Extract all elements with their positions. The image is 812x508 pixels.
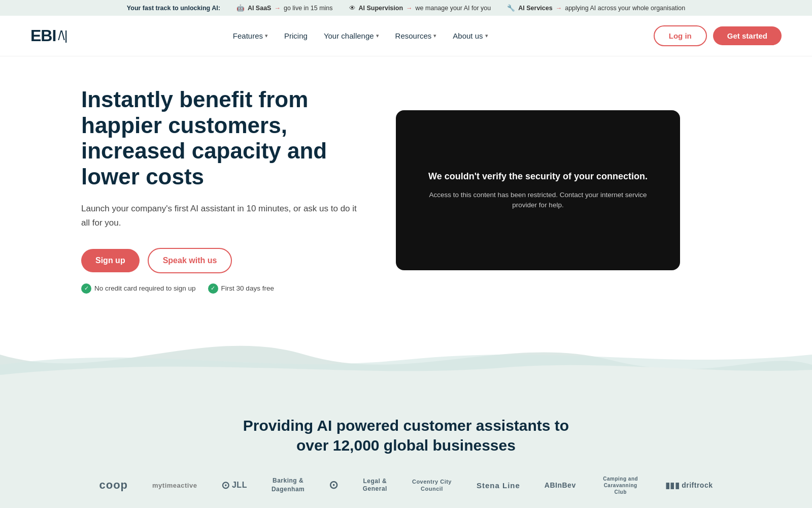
banner-left-label: Your fast track to unlocking AI: <box>127 5 220 12</box>
logo-camping: Camping and Caravanning Club <box>600 475 641 495</box>
video-placeholder: We couldn't verify the security of your … <box>396 110 680 270</box>
nav-your-challenge[interactable]: Your challenge ▾ <box>324 31 379 40</box>
speak-with-us-button[interactable]: Speak with us <box>148 248 232 273</box>
check-icon-2: ✓ <box>208 283 218 294</box>
supervision-arrow: → <box>406 5 413 12</box>
services-icon: 🔧 <box>507 4 515 12</box>
logo-abinbev: ABInBev <box>545 481 576 489</box>
nav-pricing[interactable]: Pricing <box>284 31 308 40</box>
video-error-sub: Access to this content has been restrict… <box>416 190 660 211</box>
logo-stena-line: Stena Line <box>477 481 520 490</box>
logo-ai-icon: /\| <box>58 28 67 44</box>
video-error-title: We couldn't verify the security of your … <box>428 170 648 183</box>
get-started-button[interactable]: Get started <box>713 26 782 45</box>
hero-section: Instantly benefit from happier customers… <box>51 56 761 314</box>
your-challenge-chevron-icon: ▾ <box>376 33 379 39</box>
banner-item-services[interactable]: 🔧 AI Services → applying AI across your … <box>507 4 685 12</box>
badge-no-credit-card: ✓ No credit card required to sign up <box>81 283 196 294</box>
logo-barking-dagenham: Barking &Dagenham <box>272 477 304 494</box>
social-proof-section: Providing AI powered customer assistants… <box>0 385 812 508</box>
social-proof-title: Providing AI powered customer assistants… <box>228 416 584 455</box>
badge-free-trial: ✓ First 30 days free <box>208 283 274 294</box>
features-chevron-icon: ▾ <box>265 33 268 39</box>
nav-about-us[interactable]: About us ▾ <box>453 31 488 40</box>
logo-jll: ⊙ JLL <box>221 479 247 491</box>
driftrock-bar-icon: ▮▮▮ <box>665 481 680 490</box>
logo[interactable]: EBI /\| <box>30 26 67 45</box>
logo-driftrock: ▮▮▮ driftrock <box>665 481 713 490</box>
supervision-icon: 👁 <box>349 5 356 12</box>
services-arrow: → <box>556 5 562 12</box>
saas-icon: 🤖 <box>236 4 245 12</box>
main-nav: Features ▾ Pricing Your challenge ▾ Reso… <box>233 31 488 40</box>
logo-bmw: ⊙ <box>329 479 339 492</box>
about-chevron-icon: ▾ <box>485 33 488 39</box>
header: EBI /\| Features ▾ Pricing Your challeng… <box>0 16 812 56</box>
nav-features[interactable]: Features ▾ <box>233 31 268 40</box>
hero-subtitle: Launch your company's first AI assistant… <box>81 202 365 229</box>
header-actions: Log in Get started <box>654 25 782 46</box>
logo-coop: coop <box>99 479 128 492</box>
logos-row: coop mytimeactive ⊙ JLL Barking &Dagenha… <box>30 475 782 495</box>
hero-left: Instantly benefit from happier customers… <box>81 87 365 294</box>
banner-item-saas[interactable]: 🤖 AI SaaS → go live in 15 mins <box>236 4 333 12</box>
saas-arrow: → <box>274 5 281 12</box>
hero-buttons: Sign up Speak with us <box>81 248 365 273</box>
banner-item-supervision[interactable]: 👁 AI Supervision → we manage your AI for… <box>349 5 491 12</box>
hero-right: We couldn't verify the security of your … <box>396 110 680 270</box>
signup-button[interactable]: Sign up <box>81 249 140 272</box>
login-button[interactable]: Log in <box>654 25 707 46</box>
hero-title: Instantly benefit from happier customers… <box>81 87 365 189</box>
logo-legal-general: Legal &General <box>363 478 387 493</box>
logo-text: EBI <box>30 26 56 45</box>
top-banner: Your fast track to unlocking AI: 🤖 AI Sa… <box>0 0 812 16</box>
check-icon-1: ✓ <box>81 283 91 294</box>
logo-coventry: Coventry City Council <box>412 478 452 493</box>
wave-divider <box>0 324 812 385</box>
hero-badges: ✓ No credit card required to sign up ✓ F… <box>81 283 365 294</box>
resources-chevron-icon: ▾ <box>433 33 436 39</box>
logo-mytimeactive: mytimeactive <box>152 482 197 489</box>
nav-resources[interactable]: Resources ▾ <box>395 31 437 40</box>
